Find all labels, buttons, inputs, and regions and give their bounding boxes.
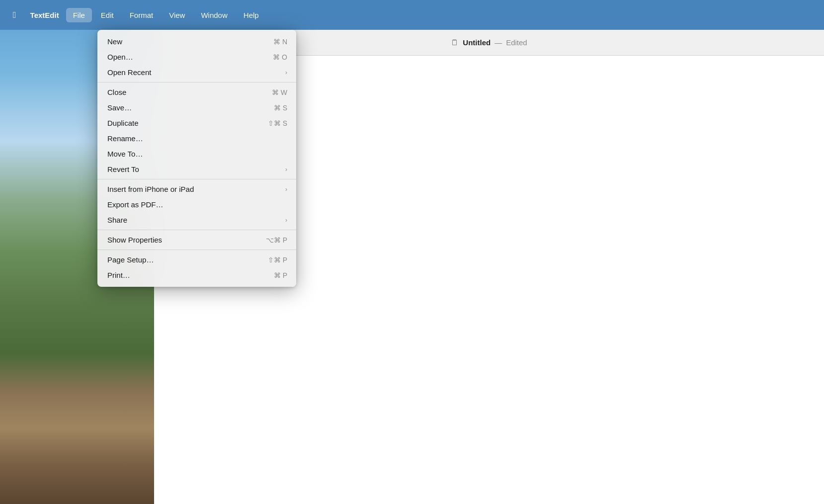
menu-item-move-to-label: Move To… [107, 150, 143, 158]
menu-item-revert-to[interactable]: Revert To › [97, 162, 296, 177]
chevron-right-icon: › [285, 69, 287, 76]
app-name: TextEdit [25, 9, 64, 21]
document-separator: — [494, 38, 502, 47]
menu-item-page-setup-label: Page Setup… [107, 255, 154, 264]
menu-item-export-pdf-label: Export as PDF… [107, 200, 164, 209]
menu-item-close[interactable]: Close ⌘ W [97, 84, 296, 100]
menu-item-export-pdf[interactable]: Export as PDF… [97, 197, 296, 212]
chevron-right-icon-3: › [285, 186, 287, 193]
menu-item-open-recent[interactable]: Open Recent › [97, 65, 296, 80]
document-icon: 🗒 [451, 38, 459, 47]
menu-item-show-properties[interactable]: Show Properties ⌥⌘ P [97, 232, 296, 248]
menu-item-save-label: Save… [107, 103, 132, 112]
menu-item-duplicate[interactable]: Duplicate ⇧⌘ S [97, 115, 296, 131]
menubar-item-format[interactable]: Format [123, 8, 161, 22]
document-status: Edited [506, 38, 527, 47]
chevron-right-icon-4: › [285, 217, 287, 224]
menu-item-duplicate-label: Duplicate [107, 119, 139, 127]
menubar:  TextEdit File Edit Format View Window … [0, 0, 824, 30]
chevron-right-icon-2: › [285, 166, 287, 173]
menu-item-revert-to-label: Revert To [107, 165, 139, 173]
menu-item-show-properties-label: Show Properties [107, 236, 162, 244]
menu-item-revert-to-right: › [283, 166, 287, 173]
menubar-item-view[interactable]: View [162, 8, 192, 22]
menu-item-share-right: › [283, 217, 287, 224]
menu-item-new[interactable]: New ⌘ N [97, 34, 296, 49]
menu-item-rename-label: Rename… [107, 134, 143, 143]
menubar-item-help[interactable]: Help [237, 8, 266, 22]
menu-group-4: Show Properties ⌥⌘ P [97, 230, 296, 249]
menu-item-open[interactable]: Open… ⌘ O [97, 49, 296, 65]
menu-group-2: Close ⌘ W Save… ⌘ S Duplicate ⇧⌘ S Renam… [97, 82, 296, 178]
menu-item-open-shortcut: ⌘ O [273, 53, 287, 61]
file-dropdown-menu: New ⌘ N Open… ⌘ O Open Recent › Close ⌘ … [97, 30, 296, 287]
menu-item-insert-iphone-right: › [283, 186, 287, 193]
menu-item-share[interactable]: Share › [97, 212, 296, 228]
apple-logo[interactable]:  [8, 8, 21, 22]
menu-item-save-shortcut: ⌘ S [274, 104, 287, 112]
menu-item-insert-iphone-label: Insert from iPhone or iPad [107, 185, 194, 193]
menu-item-rename[interactable]: Rename… [97, 131, 296, 146]
menu-item-share-label: Share [107, 216, 127, 224]
menu-item-new-shortcut: ⌘ N [273, 38, 287, 46]
menu-item-open-recent-right: › [283, 69, 287, 76]
menu-item-print-shortcut: ⌘ P [274, 271, 287, 279]
menubar-item-window[interactable]: Window [194, 8, 234, 22]
menu-item-duplicate-shortcut: ⇧⌘ S [268, 119, 287, 127]
menu-item-print-label: Print… [107, 271, 130, 279]
menu-group-1: New ⌘ N Open… ⌘ O Open Recent › [97, 33, 296, 81]
menubar-item-edit[interactable]: Edit [94, 8, 121, 22]
menu-group-5: Page Setup… ⇧⌘ P Print… ⌘ P [97, 250, 296, 284]
menu-group-3: Insert from iPhone or iPad › Export as P… [97, 179, 296, 229]
menu-item-insert-iphone[interactable]: Insert from iPhone or iPad › [97, 181, 296, 197]
document-title: Untitled [463, 38, 491, 47]
menu-item-print[interactable]: Print… ⌘ P [97, 267, 296, 283]
menu-item-page-setup-shortcut: ⇧⌘ P [268, 256, 287, 264]
menu-item-move-to[interactable]: Move To… [97, 146, 296, 162]
menu-item-save[interactable]: Save… ⌘ S [97, 100, 296, 115]
menu-item-open-label: Open… [107, 53, 133, 61]
menu-item-close-shortcut: ⌘ W [272, 88, 287, 96]
menu-item-close-label: Close [107, 88, 126, 96]
menu-item-new-label: New [107, 37, 122, 46]
menu-item-page-setup[interactable]: Page Setup… ⇧⌘ P [97, 252, 296, 267]
menu-item-open-recent-label: Open Recent [107, 68, 151, 77]
menubar-item-file[interactable]: File [66, 8, 92, 22]
menu-item-show-properties-shortcut: ⌥⌘ P [266, 236, 287, 244]
